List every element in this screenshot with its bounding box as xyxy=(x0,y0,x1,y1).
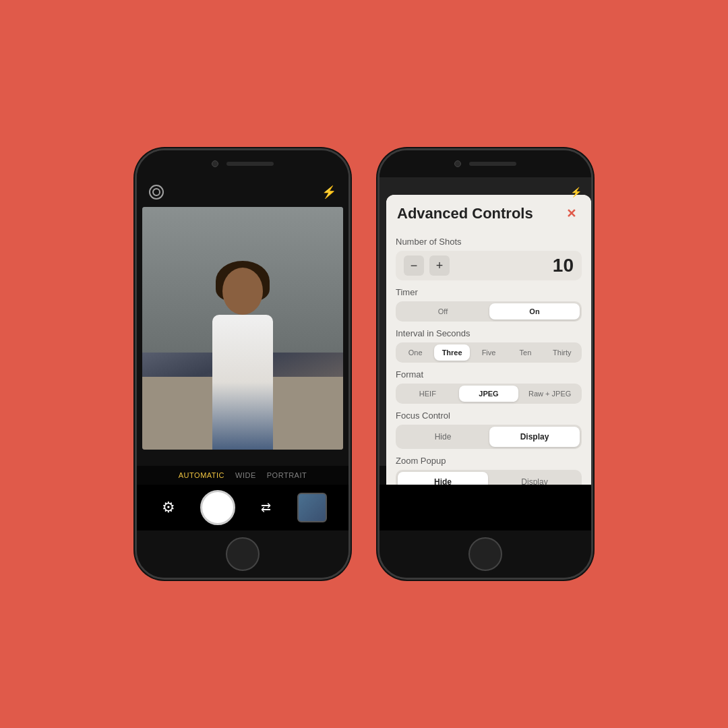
interval-one-btn[interactable]: One xyxy=(398,344,433,361)
phone-bottom-right xyxy=(380,530,591,578)
zoom-toggle: Hide Display xyxy=(396,470,582,485)
increment-button[interactable]: + xyxy=(429,255,450,276)
camera-controls-top: ⚡ xyxy=(137,177,348,207)
home-button-left[interactable] xyxy=(226,537,260,571)
shutter-button[interactable] xyxy=(200,490,235,525)
bg-bottom-bar xyxy=(380,485,591,530)
camera-bottom-bar: ⚙ ⇄ xyxy=(137,485,348,530)
timer-label: Timer xyxy=(396,287,582,297)
mode-portrait[interactable]: PORTRAIT xyxy=(267,471,307,479)
camera-viewfinder xyxy=(142,207,343,450)
format-heif-btn[interactable]: HEIF xyxy=(398,386,458,402)
panel-lightning-icon: ⚡ xyxy=(570,187,582,198)
mode-wide[interactable]: WIDE xyxy=(235,471,256,479)
thumbnail-preview[interactable] xyxy=(297,493,327,522)
timer-segmented: Off On xyxy=(396,301,582,322)
timer-off-btn[interactable]: Off xyxy=(398,303,488,320)
format-raw-btn[interactable]: Raw + JPEG xyxy=(520,386,580,402)
interval-ten-btn[interactable]: Ten xyxy=(508,344,543,361)
right-phone: AUTOMATIC WIDE PORTRAIT Advanced Control… xyxy=(377,148,593,580)
front-camera-dot xyxy=(212,160,218,167)
lightning-icon[interactable]: ⚡ xyxy=(322,185,336,200)
front-camera-dot-right xyxy=(454,160,461,167)
decrement-button[interactable]: − xyxy=(404,255,424,276)
focus-display-btn[interactable]: Display xyxy=(489,427,580,447)
advanced-screen: AUTOMATIC WIDE PORTRAIT Advanced Control… xyxy=(380,177,591,530)
shots-row: − + 10 xyxy=(396,251,582,280)
focus-toggle: Hide Display xyxy=(396,425,582,449)
interval-label: Interval in Seconds xyxy=(396,328,582,338)
left-phone: ⚡ AUTOMATIC WIDE PORTRAIT ⚙ xyxy=(135,148,351,580)
phone-bottom-left xyxy=(137,530,348,578)
phone-top-left xyxy=(137,150,348,177)
zoom-hide-btn[interactable]: Hide xyxy=(398,472,488,485)
close-button[interactable]: ✕ xyxy=(562,204,580,223)
phone-top-right xyxy=(380,150,591,177)
advanced-controls-panel: Advanced Controls ✕ Number of Shots − + … xyxy=(386,195,591,485)
home-button-right[interactable] xyxy=(468,537,502,571)
interval-three-btn[interactable]: Three xyxy=(434,344,469,361)
shots-value: 10 xyxy=(553,255,574,276)
shots-controls: − + xyxy=(404,255,450,276)
camera-mode-selector: AUTOMATIC WIDE PORTRAIT xyxy=(137,466,348,485)
mode-automatic[interactable]: AUTOMATIC xyxy=(179,471,224,479)
shots-label: Number of Shots xyxy=(396,237,582,247)
panel-content: Number of Shots − + 10 Timer Off On xyxy=(386,230,591,485)
format-label: Format xyxy=(396,369,582,380)
zoom-label: Zoom Popup xyxy=(396,456,582,466)
speaker-bar-right xyxy=(469,162,516,166)
focus-icon[interactable] xyxy=(149,185,164,200)
interval-thirty-btn[interactable]: Thirty xyxy=(545,344,580,361)
camera-screen: ⚡ AUTOMATIC WIDE PORTRAIT ⚙ xyxy=(137,177,348,530)
panel-header: Advanced Controls ✕ xyxy=(386,195,591,230)
interval-segmented: One Three Five Ten Thirty xyxy=(396,342,582,363)
timer-on-btn[interactable]: On xyxy=(489,303,580,320)
focus-hide-btn[interactable]: Hide xyxy=(398,427,488,447)
panel-title: Advanced Controls xyxy=(397,205,533,222)
zoom-display-btn[interactable]: Display xyxy=(489,472,580,485)
format-jpeg-btn[interactable]: JPEG xyxy=(459,386,519,402)
settings-icon[interactable]: ⚙ xyxy=(159,498,178,517)
speaker-bar xyxy=(226,162,274,166)
flip-camera-icon[interactable]: ⇄ xyxy=(257,499,275,516)
format-row: HEIF JPEG Raw + JPEG xyxy=(396,384,582,404)
interval-five-btn[interactable]: Five xyxy=(471,344,506,361)
focus-label: Focus Control xyxy=(396,411,582,421)
